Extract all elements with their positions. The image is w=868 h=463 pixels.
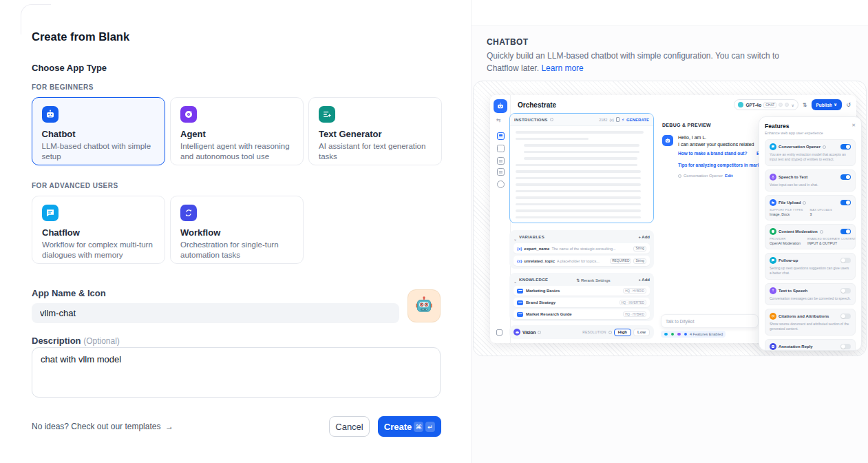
chevron-down-icon <box>514 274 517 286</box>
card-title: Workflow <box>180 227 293 238</box>
follow-up-icon <box>770 257 776 264</box>
card-desc: LLM-based chatbot with simple setup <box>42 141 156 162</box>
create-button[interactable]: Create ⌘ ↵ <box>378 416 441 437</box>
index-mode-badge: HQ · INVERTED <box>620 300 646 305</box>
app-type-card-agent[interactable]: Agent Intelligent agent with reasoning a… <box>170 97 304 165</box>
app-icon-button[interactable] <box>407 289 441 322</box>
text-to-speech-icon: T <box>770 287 776 294</box>
character-count: 2182 <box>599 118 607 122</box>
model-vision-icon <box>785 103 789 107</box>
text-generator-icon <box>319 106 335 123</box>
dataset-icon <box>517 289 523 294</box>
citations-toggle <box>840 313 851 320</box>
history-icon: ↺ <box>846 102 851 108</box>
optional-hint: (Optional) <box>83 336 120 346</box>
app-type-card-text-generator[interactable]: Text Generator AI assistant for text gen… <box>308 97 442 165</box>
instructions-title: INSTRUCTIONS <box>514 118 548 122</box>
chatbot-icon <box>42 106 59 123</box>
chat-input: Talk to DifyBot <box>661 314 759 328</box>
feature-card-text-to-speech: T Text to Speech Conversation messages c… <box>765 283 856 305</box>
suggested-question: Tips for analyzing competitors in market <box>678 163 764 167</box>
templates-link[interactable]: No ideas? Check out our templates → <box>32 422 173 431</box>
variables-title: VARIABLES <box>519 235 544 239</box>
speech-to-text-mini-icon <box>677 332 681 337</box>
conversation-opener-toggle <box>840 144 851 150</box>
nav-settings-icon <box>497 181 505 188</box>
create-app-dialog: Create from Blank Choose App Type FOR BE… <box>0 0 868 463</box>
vision-row: Vision RESOLUTION High Low <box>509 325 654 339</box>
workflow-icon <box>180 205 197 221</box>
chevron-down-icon: ∨ <box>791 103 794 107</box>
svg-text:T: T <box>772 289 774 292</box>
preview-description: Quickly build an LLM-based chatbot with … <box>487 50 798 74</box>
cmd-key-icon: ⌘ <box>414 422 423 432</box>
suggested-question: How to make a brand stand out? <box>678 150 747 157</box>
model-provider-icon <box>738 102 743 107</box>
description-label: Description (Optional) <box>32 336 120 346</box>
bot-avatar-icon <box>662 135 673 146</box>
features-panel: Features ✕ Enhance web app user experien… <box>759 116 862 351</box>
generate-spark-icon: ⚡ <box>622 117 624 122</box>
info-icon <box>823 145 826 149</box>
app-name-label: App Name & Icon <box>32 288 106 298</box>
file-upload-toggle <box>840 200 851 206</box>
content-moderation-toggle <box>840 229 851 235</box>
variable-type-badge: String <box>633 246 646 251</box>
card-desc: Intelligent agent with reasoning and aut… <box>180 141 293 162</box>
collapse-icon <box>496 329 502 336</box>
annotation-reply-toggle <box>840 344 851 350</box>
create-form-panel: Create from Blank Choose App Type FOR BE… <box>0 0 471 463</box>
cancel-button[interactable]: Cancel <box>329 416 370 437</box>
variables-panel: VARIABLES + Add {x} expert_name The name… <box>509 230 654 269</box>
instructions-skeleton-text <box>510 126 653 223</box>
card-desc: AI assistant for text generation tasks <box>319 141 432 162</box>
dataset-icon <box>517 312 523 317</box>
card-title: Chatbot <box>42 129 156 139</box>
app-type-card-chatbot[interactable]: Chatbot LLM-based chatbot with simple se… <box>32 97 165 165</box>
preview-pane: CHATBOT Quickly build an LLM-based chatb… <box>471 0 868 463</box>
model-name: GPT-4o <box>745 103 761 107</box>
app-type-card-workflow[interactable]: Workflow Orchestration for single-turn a… <box>170 196 304 264</box>
app-avatar-robot-icon <box>494 99 507 113</box>
info-icon <box>538 331 541 334</box>
required-badge: REQUIRED <box>610 258 631 264</box>
beginner-cards-row: Chatbot LLM-based chatbot with simple se… <box>32 97 442 165</box>
feature-card-follow-up: Follow-up Setting up next questions sugg… <box>765 253 856 280</box>
feature-card-annotation-reply: Annotation Reply <box>765 339 856 351</box>
conversation-opener-mini-icon <box>664 332 668 337</box>
content-moderation-icon <box>770 228 776 235</box>
generate-button: GENERATE <box>626 118 649 122</box>
variable-braces-icon: {x} <box>609 118 613 122</box>
follow-up-toggle <box>840 258 851 264</box>
info-icon <box>803 201 806 205</box>
agent-icon <box>180 106 197 123</box>
app-type-card-chatflow[interactable]: Chatflow Workflow for complex multi-turn… <box>32 196 165 264</box>
close-icon: ✕ <box>851 123 856 128</box>
learn-more-link[interactable]: Learn more <box>541 63 583 73</box>
info-icon <box>550 118 553 121</box>
add-variable-button: + Add <box>638 235 650 239</box>
nav-api-icon <box>497 157 505 165</box>
file-upload-icon <box>770 199 776 206</box>
variable-icon: {x} <box>517 259 522 263</box>
arrow-right-icon: → <box>165 422 173 431</box>
switch-app-icon: ⇆ <box>496 117 501 123</box>
vision-eye-icon <box>514 329 520 336</box>
orchestrate-header: Orchestrate GPT-4o CHAT ∨ ⇅ Publish∨ ↺ <box>511 95 856 114</box>
preview-sidebar: ⇆ <box>490 95 511 343</box>
page-title: Create from Blank <box>32 30 129 43</box>
debug-preview-title: DEBUG & PREVIEW <box>662 123 711 127</box>
knowledge-row: Brand Strategy HQ · INVERTED <box>514 298 650 307</box>
features-subtitle: Enhance web app user experience <box>765 131 856 135</box>
robot-emoji-icon <box>414 296 434 317</box>
dataset-icon <box>517 300 523 305</box>
model-mode-badge: CHAT <box>763 102 776 108</box>
app-name-input[interactable] <box>32 303 399 323</box>
instructions-panel: INSTRUCTIONS 2182 {x} ⚡ GENERATE <box>509 113 654 223</box>
description-input[interactable]: chat with vllm model <box>32 347 441 398</box>
add-knowledge-button: + Add <box>638 278 650 282</box>
knowledge-row: Marketing Basics HQ · HYBRID <box>514 286 650 296</box>
moderation-mini-icon <box>670 332 675 337</box>
rerank-settings-button: ⇅ Rerank Settings <box>576 278 610 282</box>
publish-button: Publish∨ <box>812 99 843 110</box>
